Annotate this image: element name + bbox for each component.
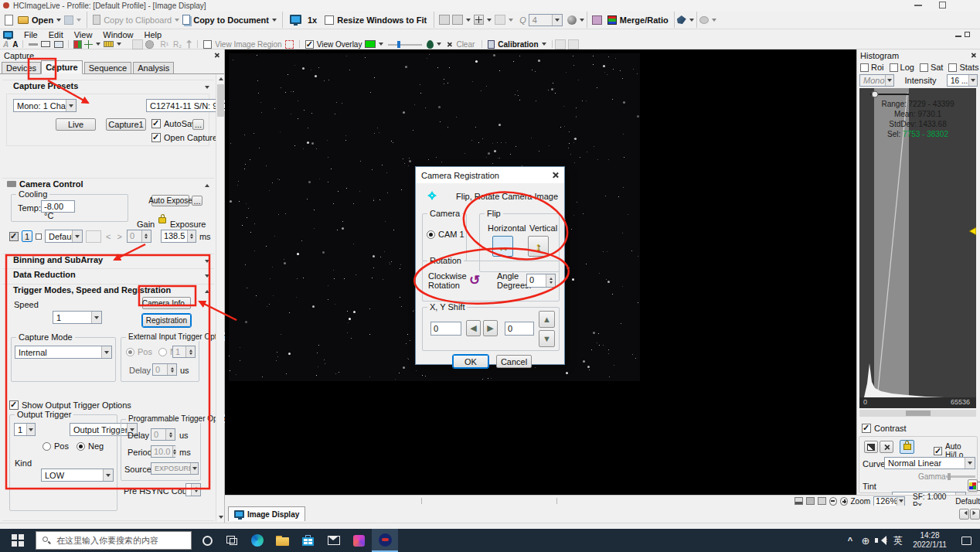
- fill-color-button[interactable]: [677, 15, 694, 24]
- tab-capture[interactable]: Capture: [41, 60, 83, 74]
- edge-icon[interactable]: [244, 534, 270, 547]
- open-capture1-checkbox[interactable]: [151, 133, 161, 142]
- exposure-spinner[interactable]: 138.5: [161, 230, 196, 243]
- channel-1-button[interactable]: 1: [22, 230, 32, 242]
- output-number-select[interactable]: 1: [14, 423, 36, 436]
- zoom-level-combo[interactable]: 4: [529, 14, 563, 26]
- open-button[interactable]: Open: [18, 15, 61, 25]
- zoom-region-icon[interactable]: [132, 39, 143, 49]
- palette-button[interactable]: [699, 16, 716, 24]
- pin-icon[interactable]: [186, 40, 192, 49]
- tray-chevron-icon[interactable]: ^: [842, 536, 858, 545]
- mdi-restore-button[interactable]: [965, 32, 970, 37]
- cam1-radio[interactable]: [427, 230, 435, 239]
- minimize-button[interactable]: [914, 5, 922, 6]
- region-copy-icon[interactable]: R¹: [160, 40, 168, 49]
- dialog-cancel-button[interactable]: Cancel: [496, 355, 532, 368]
- channel-mode-combo[interactable]: Default: [45, 230, 83, 243]
- histogram-scroll-thumb[interactable]: [906, 411, 931, 416]
- tab-sequence[interactable]: Sequence: [84, 62, 132, 73]
- gear-icon[interactable]: [145, 40, 154, 49]
- contrast-lock-button[interactable]: [900, 440, 914, 454]
- gain-spinner[interactable]: 0: [127, 230, 151, 243]
- view-overlay-toggle[interactable]: View Overlay: [305, 40, 362, 49]
- start-button[interactable]: [0, 529, 36, 552]
- mono-select[interactable]: Mono: [859, 74, 894, 87]
- auto-expose-button[interactable]: Auto Expose: [151, 195, 189, 206]
- shift-right-button[interactable]: ▶: [483, 320, 498, 336]
- menu-file[interactable]: File: [24, 30, 38, 39]
- bits-select[interactable]: 16 ...: [947, 74, 978, 87]
- calibration-edit-icon[interactable]: [555, 39, 566, 49]
- new-document-icon[interactable]: [5, 15, 13, 26]
- menu-window[interactable]: Window: [103, 30, 133, 39]
- sat-checkbox[interactable]: [920, 63, 928, 72]
- shift-up-button[interactable]: ▲: [539, 311, 555, 328]
- crosshair-tool-button[interactable]: [474, 15, 492, 25]
- tab-analysis[interactable]: Analysis: [133, 62, 174, 73]
- kind-select[interactable]: LOW: [41, 469, 114, 482]
- auto-hilo-checkbox[interactable]: [934, 447, 942, 455]
- contrast-reset-button[interactable]: [864, 441, 878, 453]
- histogram-scrollbar[interactable]: [859, 410, 976, 417]
- notification-center-icon[interactable]: [952, 537, 980, 545]
- annotation-a-icon[interactable]: A: [12, 40, 18, 49]
- rect-tool-icon[interactable]: [41, 41, 50, 47]
- view-image-region-toggle[interactable]: View Image Region: [203, 40, 282, 49]
- section-capture-presets[interactable]: Capture Presets: [2, 80, 214, 91]
- copy-to-document-button[interactable]: Copy to Document: [182, 15, 277, 25]
- slider-thumb[interactable]: [397, 41, 400, 48]
- x-shift-input[interactable]: 0: [430, 322, 461, 336]
- source-select[interactable]: EXPOSURE: [151, 462, 199, 475]
- contrast-clear-button[interactable]: [880, 441, 893, 453]
- section-trigger-modes[interactable]: Trigger Modes, Speed and Registration: [2, 284, 214, 295]
- show-output-trigger-checkbox[interactable]: [9, 400, 19, 410]
- view-image-region-checkbox[interactable]: [203, 40, 212, 49]
- contrast-toggle[interactable]: Contrast: [862, 424, 907, 433]
- cortana-icon[interactable]: [195, 536, 219, 546]
- prog-delay-spinner[interactable]: 0: [151, 428, 175, 441]
- section-camera-control[interactable]: Camera Control: [2, 178, 214, 189]
- save-button[interactable]: [64, 15, 81, 25]
- ext-pos-radio[interactable]: [126, 348, 134, 356]
- gain-slider-box[interactable]: [86, 230, 101, 243]
- image-display-tab[interactable]: Image Display: [228, 506, 305, 521]
- flip-vertical-button[interactable]: ↕: [528, 236, 549, 257]
- measure-tool-icon[interactable]: [73, 40, 82, 49]
- volume-muted-icon[interactable]: ×: [873, 535, 889, 546]
- menu-view[interactable]: View: [74, 30, 93, 39]
- merge-ratio-button[interactable]: Merge/Ratio: [604, 14, 672, 26]
- angle-spinner[interactable]: 0: [526, 274, 556, 288]
- gamma-slider[interactable]: [946, 475, 975, 478]
- tab-scroll-left-button[interactable]: [959, 509, 969, 520]
- taskbar-search-box[interactable]: 在这里输入你要搜索的内容: [36, 531, 192, 550]
- stats-checkbox[interactable]: [948, 63, 957, 72]
- maximize-button[interactable]: [939, 2, 946, 9]
- capture-panel-scrollbar[interactable]: [216, 74, 224, 522]
- live-button[interactable]: Live: [56, 118, 96, 131]
- show-output-trigger-toggle[interactable]: Show Output Trigger Options: [9, 400, 131, 410]
- region-paste-icon[interactable]: R₂: [173, 40, 182, 49]
- overlay-opacity-slider[interactable]: [388, 40, 422, 49]
- roi-checkbox[interactable]: [860, 63, 869, 72]
- zoom-out-icon[interactable]: [829, 497, 837, 506]
- menu-help[interactable]: Help: [144, 30, 162, 39]
- annotation-a-italic-icon[interactable]: A: [3, 40, 9, 49]
- ext-count-spinner[interactable]: 1: [172, 346, 196, 358]
- task-view-icon[interactable]: [219, 536, 244, 545]
- window-tool-icon[interactable]: [54, 41, 63, 48]
- clock[interactable]: 14:28 2022/1/11: [907, 531, 952, 550]
- histogram-close-icon[interactable]: [971, 53, 976, 58]
- mdi-minimize-button[interactable]: [955, 36, 961, 37]
- curve-select[interactable]: Normal Linear: [884, 457, 975, 469]
- output-neg-radio[interactable]: [77, 442, 85, 451]
- network-globe-icon[interactable]: ⊕: [858, 535, 873, 547]
- capture-panel-close-icon[interactable]: [214, 53, 219, 58]
- ruler-tool-button[interactable]: ​: [104, 40, 121, 48]
- section-data-reduction[interactable]: Data Reduction: [2, 268, 214, 280]
- shift-left-button[interactable]: ◀: [466, 320, 481, 336]
- histogram-display[interactable]: Range: 7229 - 43399 Mean: 9730.1 StdDev:…: [859, 88, 976, 408]
- y-shift-input[interactable]: 0: [505, 322, 534, 336]
- temp-input[interactable]: -8.00 °C: [41, 200, 75, 213]
- pre-hsync-spinner[interactable]: [185, 483, 201, 496]
